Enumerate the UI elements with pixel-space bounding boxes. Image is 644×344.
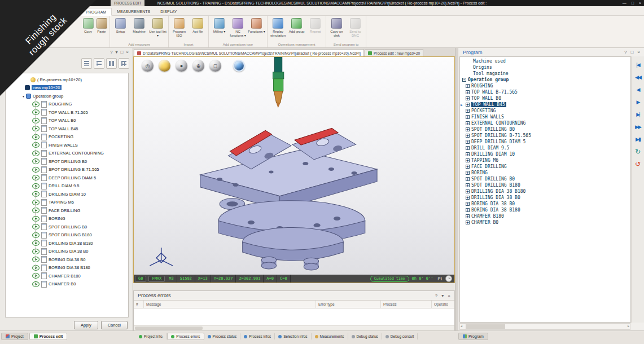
visibility-eye-icon[interactable] (32, 224, 40, 230)
view-details-button[interactable] (94, 58, 104, 69)
ribbon-button[interactable]: Use tool list ▾ (149, 17, 167, 38)
window-control-button[interactable]: — (623, 1, 627, 5)
operation-tree-item[interactable]: TOP WALL B0 (6, 117, 128, 125)
program-operation-row[interactable]: DRILLING DIAM 10 (461, 151, 630, 157)
errors-horizontal-scrollbar[interactable] (134, 325, 454, 330)
ribbon-button[interactable]: NC functions ▾ (229, 17, 247, 38)
panel-control-button[interactable]: ▾ (441, 293, 444, 298)
visibility-eye-icon[interactable] (32, 191, 40, 197)
expand-plus-icon[interactable] (466, 134, 470, 138)
program-operation-row[interactable]: TOP WALL B0 (461, 95, 630, 102)
panel-control-button[interactable]: × (637, 50, 640, 55)
visibility-eye-icon[interactable] (32, 158, 40, 164)
view-grid-button[interactable] (119, 58, 129, 69)
apply-button[interactable]: Apply (74, 321, 98, 329)
operation-tree-item[interactable]: CHAMFER B0 (6, 280, 128, 289)
program-operation-row[interactable]: SPOT DRILLING B180 (461, 182, 630, 188)
operation-tree-item[interactable]: BORING (6, 215, 128, 223)
tree-operation-group-node[interactable]: ▾ Operation group (6, 92, 128, 100)
program-operation-row[interactable]: BORING DIA 38 B0 (461, 201, 630, 207)
expand-plus-icon[interactable] (466, 208, 470, 212)
visibility-eye-icon[interactable] (32, 102, 40, 107)
window-control-button[interactable]: □ (632, 1, 634, 5)
visibility-eye-icon[interactable] (32, 126, 40, 131)
operation-tree-item[interactable]: TOP WALL B-71.565 (6, 108, 128, 117)
program-operation-row[interactable]: DRILLING DIA 38 B0 (461, 195, 630, 201)
column-header[interactable]: Error type (316, 301, 381, 308)
collapse-minus-icon[interactable] (462, 78, 466, 82)
expander-icon[interactable]: ▾ (23, 94, 24, 98)
panel-toggle-button[interactable]: Process status (204, 333, 241, 339)
program-horizontal-scrollbar[interactable] (459, 323, 630, 330)
panel-control-button[interactable]: □ (120, 50, 123, 55)
playback-button[interactable]: ▶ (633, 98, 643, 105)
operation-tree-item[interactable]: SPOT DRILLING B0 (6, 157, 128, 166)
expand-plus-icon[interactable] (466, 152, 470, 156)
visibility-eye-icon[interactable] (32, 151, 40, 156)
program-operation-row[interactable]: TAPPING M6 (461, 157, 630, 164)
ribbon-button[interactable]: Add group (288, 17, 305, 34)
program-tree-node[interactable]: Origins (461, 64, 630, 70)
panel-toggle-button[interactable]: Project info. (135, 333, 167, 339)
visibility-eye-icon[interactable] (32, 109, 40, 115)
program-operation-row[interactable]: TOP WALL B45 (461, 102, 630, 108)
ribbon-button[interactable]: Program ISO (170, 17, 188, 38)
operation-tree-item[interactable]: CHAMFER B180 (6, 272, 128, 280)
panel-toggle-button[interactable]: Selection infos (275, 333, 311, 339)
view-as-list-button[interactable] (81, 58, 92, 69)
program-operation-row[interactable]: BORING DIA 38 B180 (461, 207, 630, 213)
zoom-view-icon[interactable]: ● (176, 60, 187, 72)
program-operation-row[interactable]: CHAMFER B0 (461, 219, 630, 226)
operation-tree-item[interactable]: ROUGHING (6, 100, 128, 109)
workspace-tab[interactable]: Project (1, 333, 28, 340)
visibility-eye-icon[interactable] (32, 183, 40, 189)
visibility-eye-icon[interactable] (32, 134, 40, 140)
expand-plus-icon[interactable] (466, 109, 470, 113)
operation-tree-item[interactable]: TOP WALL B45 (6, 125, 128, 133)
panel-toggle-button[interactable]: Process errors (167, 333, 204, 340)
select-mode-icon[interactable] (233, 60, 245, 72)
ribbon-button[interactable]: Copy (82, 17, 94, 34)
visibility-eye-icon[interactable] (32, 208, 40, 213)
panel-toggle-button[interactable]: Process infos (240, 333, 275, 339)
document-tab[interactable]: Process edit : new mp10+20 (365, 49, 423, 56)
ribbon-tab[interactable]: MEASUREMENTS (112, 8, 155, 15)
operation-tree-item[interactable]: SPOT DRILLING B180 (6, 231, 128, 240)
orbit-view-icon[interactable]: ◎ (142, 60, 154, 72)
playback-button[interactable]: ▶| (633, 111, 643, 118)
program-operation-row[interactable]: SPOT DRILLING B0 (461, 126, 630, 133)
playback-button[interactable]: ▶▶ (633, 123, 643, 130)
expand-plus-icon[interactable] (466, 177, 470, 181)
ribbon-button[interactable]: Setup (112, 17, 129, 34)
document-tab[interactable]: D:\Data\SPRING TECHNOLOGIES\NCSIMUL SOLU… (134, 49, 364, 56)
ribbon-tab[interactable]: DISPLAY (155, 8, 182, 15)
expand-plus-icon[interactable] (466, 189, 470, 193)
operation-tree-item[interactable]: SPOT DRILLING B-71.565 (6, 166, 128, 174)
panel-toggle-button[interactable]: Measurements (312, 333, 348, 339)
playback-button[interactable]: ↻ (633, 148, 643, 155)
expand-plus-icon[interactable] (466, 196, 470, 200)
expand-plus-icon[interactable] (466, 146, 470, 150)
expand-plus-icon[interactable] (466, 220, 470, 224)
expand-plus-icon[interactable] (466, 103, 470, 107)
panel-control-button[interactable]: ? (110, 50, 112, 55)
program-operation-row[interactable]: TOP WALL B-71.565 (461, 89, 630, 95)
operation-tree-item[interactable]: FINISH WALLS (6, 141, 128, 149)
visibility-eye-icon[interactable] (32, 200, 40, 205)
expand-plus-icon[interactable] (466, 90, 470, 94)
visibility-eye-icon[interactable] (32, 175, 40, 180)
column-header[interactable]: Message (144, 301, 316, 308)
program-tree-node[interactable]: Tool magazine (461, 70, 630, 77)
panel-control-button[interactable]: ▾ (115, 50, 117, 55)
ribbon-button[interactable]: Apt file (189, 17, 207, 34)
playback-button[interactable]: |◀ (633, 61, 643, 68)
cancel-button[interactable]: Cancel (101, 321, 128, 329)
ribbon-button[interactable]: Paste (95, 17, 108, 34)
ribbon-button[interactable]: Functions ▾ (248, 17, 265, 34)
column-header[interactable]: Process (381, 301, 432, 308)
program-operation-row[interactable]: POCKETING (461, 108, 630, 114)
program-operation-row[interactable]: CHAMFER B180 (461, 213, 630, 219)
magnifier-icon[interactable]: ⊕ (192, 60, 204, 72)
expand-plus-icon[interactable] (466, 165, 470, 169)
ribbon-button[interactable]: Replay simulation (269, 17, 287, 38)
